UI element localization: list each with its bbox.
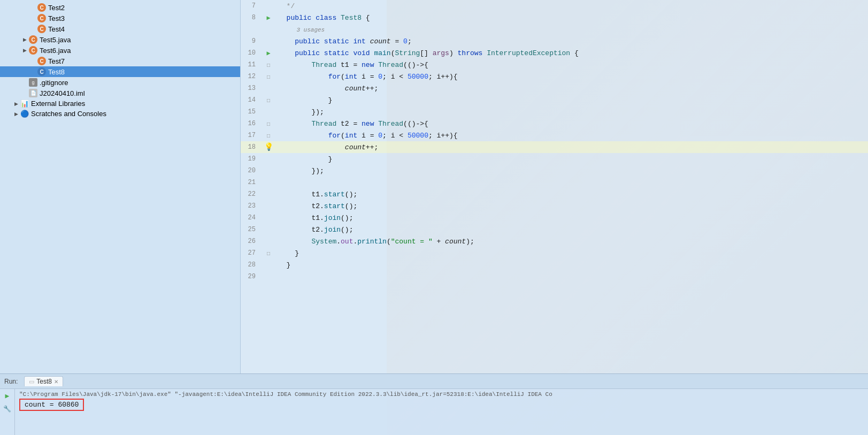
run-output-line: count = 60860 xyxy=(19,399,864,411)
line-number: 13 xyxy=(241,82,262,94)
run-play-button[interactable]: ▶ xyxy=(3,391,12,401)
code-line-content: } xyxy=(275,259,868,271)
sidebar-item-scratches[interactable]: ▶ 🔵 Scratches and Consoles xyxy=(0,109,240,119)
gutter-cell: 💡 xyxy=(262,141,275,153)
fold-icon[interactable]: □ xyxy=(267,251,270,257)
sidebar-item-test2[interactable]: C Test2 xyxy=(0,2,240,13)
gutter-cell: □ xyxy=(262,247,275,259)
code-line-content: count++; xyxy=(275,82,868,94)
run-tab-close[interactable]: ✕ xyxy=(54,379,58,385)
wrench-icon[interactable]: 🔧 xyxy=(3,404,12,414)
sidebar-item-test3[interactable]: C Test3 xyxy=(0,13,240,24)
code-line-content: public static void main(String[] args) t… xyxy=(275,47,868,59)
line-row: 13 count++; xyxy=(241,82,868,94)
code-line-content: count++; xyxy=(275,141,868,153)
line-number: 12 xyxy=(241,71,262,82)
line-row: 11□ Thread t1 = new Thread(()->{ xyxy=(241,59,868,71)
gutter-cell xyxy=(262,177,275,188)
line-row: 12□ for(int i = 0; i < 50000; i++){ xyxy=(241,71,868,82)
fold-icon[interactable]: □ xyxy=(267,121,270,127)
bulb-icon[interactable]: 💡 xyxy=(264,143,273,151)
code-line-content: System.out.println("count = " + count); xyxy=(275,235,868,247)
line-row: 26 System.out.println("count = " + count… xyxy=(241,235,868,247)
line-row: 27□ } xyxy=(241,247,868,259)
line-row: 14□ } xyxy=(241,94,868,106)
sidebar-item-label: Test5.java xyxy=(40,36,71,44)
code-line-content: for(int i = 0; i < 50000; i++){ xyxy=(275,129,868,141)
sidebar-item-test6[interactable]: ▶ C Test6.java xyxy=(0,45,240,56)
gutter-cell xyxy=(262,24,275,35)
code-line-content: t2.join(); xyxy=(275,224,868,235)
line-row: 7 */ xyxy=(241,0,868,12)
gutter-cell xyxy=(262,153,275,165)
bottom-panel: Run: ▭ Test8 ✕ ▶ 🔧 "C:\Program Files\Jav… xyxy=(0,373,868,435)
code-line-content: }); xyxy=(275,106,868,118)
fold-icon[interactable]: □ xyxy=(267,63,270,68)
line-row: 8▶ public class Test8 { xyxy=(241,12,868,24)
sidebar-item-gitignore[interactable]: g .gitignore xyxy=(0,77,240,88)
line-number: 15 xyxy=(241,106,262,118)
sidebar-item-test5[interactable]: ▶ C Test5.java xyxy=(0,34,240,45)
gutter-cell xyxy=(262,188,275,200)
sidebar-item-test8[interactable]: C Test8 xyxy=(0,66,240,77)
sidebar-item-test4[interactable]: C Test4 xyxy=(0,24,240,34)
sidebar-item-label: Test8 xyxy=(48,68,65,76)
sidebar-item-label: Scratches and Consoles xyxy=(31,110,106,118)
code-line-content: public class Test8 { xyxy=(275,12,868,24)
run-tab-label: Test8 xyxy=(36,378,52,385)
gutter-cell: □ xyxy=(262,71,275,82)
code-line-content: t1.start(); xyxy=(275,188,868,200)
code-line-content: 3 usages xyxy=(275,24,868,35)
expand-arrow-test6: ▶ xyxy=(21,47,28,54)
sidebar-item-ext-libs[interactable]: ▶ 📊 External Libraries xyxy=(0,98,240,109)
line-number: 23 xyxy=(241,200,262,212)
code-line-content: } xyxy=(275,153,868,165)
sidebar-item-label: J20240410.iml xyxy=(40,89,85,97)
editor-area: 7 */8▶ public class Test8 { 3 usages9 pu… xyxy=(241,0,868,373)
gutter-cell: □ xyxy=(262,94,275,106)
class-icon: C xyxy=(37,67,46,76)
line-row: 23 t2.start(); xyxy=(241,200,868,212)
fold-icon[interactable]: □ xyxy=(267,98,270,104)
line-number: 14 xyxy=(241,94,262,106)
gutter-cell xyxy=(262,235,275,247)
run-tab-test8[interactable]: ▭ Test8 ✕ xyxy=(24,376,63,386)
gutter-cell xyxy=(262,224,275,235)
line-number: 22 xyxy=(241,188,262,200)
code-line-content xyxy=(275,271,868,283)
code-line-content: t1.join(); xyxy=(275,212,868,224)
fold-icon[interactable]: □ xyxy=(267,133,270,139)
gutter-cell: □ xyxy=(262,129,275,141)
gutter-cell: ▶ xyxy=(262,47,275,59)
line-number: 20 xyxy=(241,165,262,177)
line-number: 18 xyxy=(241,141,262,153)
line-row: 10▶ public static void main(String[] arg… xyxy=(241,47,868,59)
line-number: 29 xyxy=(241,271,262,283)
expand-arrow-test5: ▶ xyxy=(21,36,28,43)
sidebar-item-label: Test2 xyxy=(48,4,65,12)
run-gutter-icon[interactable]: ▶ xyxy=(266,14,270,22)
git-file-icon: g xyxy=(29,78,37,87)
fold-icon[interactable]: □ xyxy=(267,74,270,80)
code-editor[interactable]: 7 */8▶ public class Test8 { 3 usages9 pu… xyxy=(241,0,868,373)
sidebar-item-label: Test4 xyxy=(48,25,65,33)
run-tabs-bar: Run: ▭ Test8 ✕ xyxy=(0,374,868,389)
code-line-content: for(int i = 0; i < 50000; i++){ xyxy=(275,71,868,82)
expand-arrow xyxy=(21,79,28,86)
line-number: 16 xyxy=(241,118,262,129)
line-row: 19 } xyxy=(241,153,868,165)
run-command-line: "C:\Program Files\Java\jdk-17\bin\java.e… xyxy=(19,391,864,398)
line-row: 9 public static int count = 0; xyxy=(241,35,868,47)
line-row: 3 usages xyxy=(241,24,868,35)
library-icon: 📊 xyxy=(20,100,29,108)
line-number xyxy=(241,24,262,35)
run-gutter-icon[interactable]: ▶ xyxy=(266,50,270,57)
class-icon: C xyxy=(37,14,46,22)
expand-arrow xyxy=(30,15,36,21)
class-icon: C xyxy=(37,25,46,33)
gutter-cell xyxy=(262,0,275,12)
gutter-cell xyxy=(262,82,275,94)
sidebar-item-test7[interactable]: C Test7 xyxy=(0,56,240,66)
expand-arrow xyxy=(21,90,28,96)
sidebar-item-iml[interactable]: 📄 J20240410.iml xyxy=(0,88,240,98)
